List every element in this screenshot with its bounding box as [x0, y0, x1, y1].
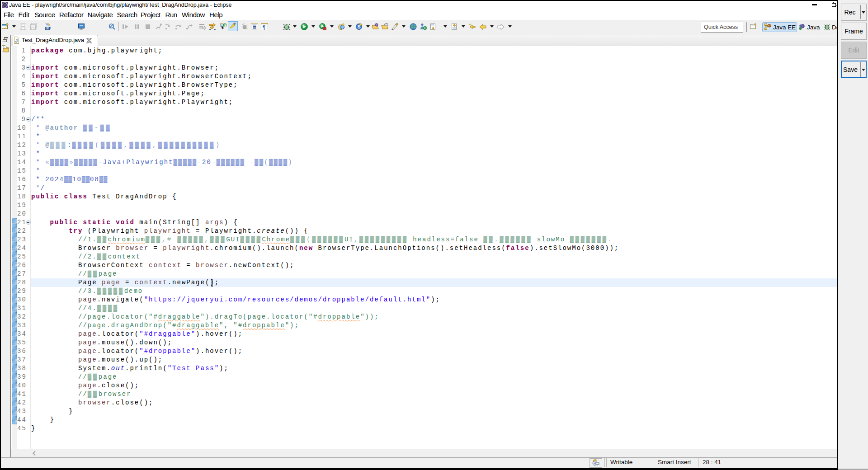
svg-text:G: G: [224, 24, 226, 28]
svg-text:J: J: [15, 38, 18, 43]
svg-text:¶: ¶: [263, 24, 265, 30]
svg-text:010: 010: [46, 26, 51, 29]
svg-text:J: J: [803, 24, 805, 28]
